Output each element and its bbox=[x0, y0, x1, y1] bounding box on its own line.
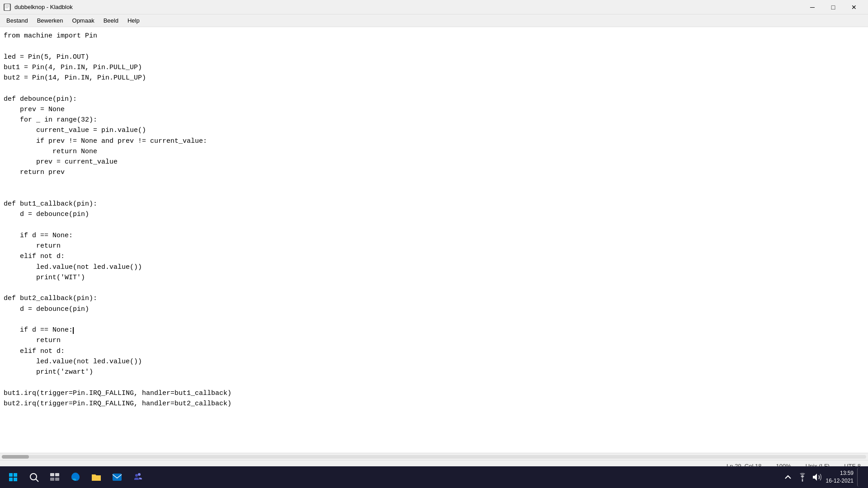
clock-date: 16-12-2021 bbox=[826, 477, 854, 485]
svg-point-17 bbox=[802, 480, 803, 482]
edge-button[interactable] bbox=[66, 468, 85, 487]
volume-icon[interactable] bbox=[811, 472, 822, 483]
system-tray: 13:59 16-12-2021 bbox=[779, 468, 864, 487]
menu-beeld[interactable]: Beeld bbox=[99, 16, 123, 25]
titlebar-left: dubbelknop - Kladblok bbox=[4, 4, 73, 11]
teams-button[interactable] bbox=[128, 468, 147, 487]
menu-opmaak[interactable]: Opmaak bbox=[68, 16, 99, 25]
network-icon[interactable] bbox=[797, 472, 808, 483]
titlebar-controls: ─ □ ✕ bbox=[802, 0, 864, 14]
svg-point-15 bbox=[138, 473, 141, 476]
notepad-icon bbox=[4, 4, 11, 11]
hscroll-track[interactable] bbox=[2, 455, 866, 459]
minimize-button[interactable]: ─ bbox=[802, 0, 823, 14]
svg-rect-0 bbox=[5, 4, 10, 10]
text-cursor bbox=[73, 327, 74, 334]
taskbar: 13:59 16-12-2021 bbox=[0, 466, 868, 488]
show-desktop-button[interactable] bbox=[857, 468, 861, 487]
svg-rect-13 bbox=[55, 478, 59, 481]
svg-rect-1 bbox=[5, 5, 9, 6]
svg-rect-11 bbox=[55, 473, 59, 476]
svg-rect-2 bbox=[5, 6, 9, 7]
editor-area[interactable]: from machine import Pin led = Pin(5, Pin… bbox=[0, 27, 868, 453]
svg-rect-10 bbox=[50, 473, 54, 476]
maximize-button[interactable]: □ bbox=[823, 0, 844, 14]
start-button[interactable] bbox=[4, 468, 23, 487]
svg-rect-4 bbox=[9, 473, 13, 477]
clock-time: 13:59 bbox=[826, 469, 854, 477]
svg-rect-5 bbox=[14, 473, 17, 477]
search-button[interactable] bbox=[24, 468, 43, 487]
svg-rect-3 bbox=[5, 8, 8, 8]
taskbar-clock[interactable]: 13:59 16-12-2021 bbox=[826, 469, 854, 485]
menu-help[interactable]: Help bbox=[123, 16, 144, 25]
close-button[interactable]: ✕ bbox=[844, 0, 864, 14]
menu-bewerken[interactable]: Bewerken bbox=[33, 16, 68, 25]
horizontal-scrollbar[interactable] bbox=[0, 453, 868, 460]
svg-point-16 bbox=[135, 474, 138, 477]
svg-rect-12 bbox=[50, 478, 54, 481]
svg-rect-14 bbox=[113, 474, 122, 481]
svg-rect-7 bbox=[14, 478, 17, 481]
titlebar: dubbelknop - Kladblok ─ □ ✕ bbox=[0, 0, 868, 14]
window-title: dubbelknop - Kladblok bbox=[14, 4, 73, 10]
code-text[interactable]: from machine import Pin led = Pin(5, Pin… bbox=[0, 31, 868, 409]
taskview-button[interactable] bbox=[45, 468, 64, 487]
menu-bestand[interactable]: Bestand bbox=[2, 16, 33, 25]
menubar: Bestand Bewerken Opmaak Beeld Help bbox=[0, 14, 868, 27]
tray-expand-button[interactable] bbox=[783, 472, 793, 483]
mail-button[interactable] bbox=[108, 468, 127, 487]
explorer-button[interactable] bbox=[87, 468, 106, 487]
hscroll-thumb[interactable] bbox=[2, 455, 29, 459]
svg-line-9 bbox=[36, 479, 39, 482]
svg-point-8 bbox=[30, 474, 37, 480]
svg-rect-6 bbox=[9, 478, 13, 481]
